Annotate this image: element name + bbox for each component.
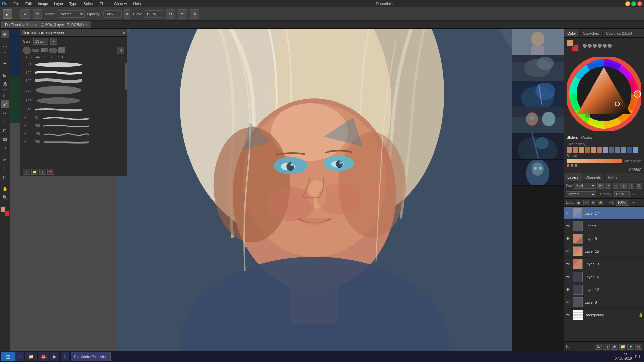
color-ctrl-6[interactable] (608, 44, 612, 48)
brush-new-button[interactable]: + (23, 169, 30, 175)
color-ctrl-2[interactable] (588, 44, 592, 48)
taskbar-photoshop[interactable]: Ps Adobe Photoshop (71, 352, 110, 361)
brush-item-195[interactable]: 195 (22, 96, 126, 105)
history-swatch-8[interactable] (609, 147, 614, 153)
blend-bar[interactable] (567, 159, 622, 163)
sliders-tab[interactable]: Sliders (567, 135, 578, 140)
start-button[interactable]: ⊞ (1, 352, 15, 361)
menu-filter[interactable]: Filter (97, 1, 110, 6)
gradient-tool[interactable]: ▦ (1, 135, 9, 143)
layer-filter-type[interactable]: T (628, 183, 634, 189)
main-canvas[interactable] (117, 29, 512, 351)
brush-panel-close[interactable]: × (123, 31, 125, 35)
layer-item-17[interactable]: 👁 Layer 17 (564, 207, 644, 220)
taskbar-firefox[interactable]: 🦊 (38, 352, 49, 361)
layer-item-12[interactable]: 👁 Layer 12 (564, 283, 644, 296)
ref-image-2[interactable] (512, 55, 564, 81)
close-button[interactable]: × (637, 1, 642, 6)
lock-all[interactable]: 🔒 (598, 200, 603, 205)
brush-list-scroll[interactable]: 47 102 102 (22, 61, 126, 167)
taskbar-explorer[interactable]: 📁 (25, 352, 37, 361)
clone-stamp-tool[interactable]: ✂ (1, 109, 9, 117)
layer-filter-adjust[interactable]: ⊘ (620, 183, 627, 189)
menu-file[interactable]: File (11, 1, 22, 6)
brush-item-102-a[interactable]: 102 (22, 69, 126, 76)
brush-size-input[interactable] (33, 38, 48, 45)
brush-list[interactable]: 47 102 102 (20, 60, 127, 167)
eraser-tool[interactable]: ◻ (1, 126, 9, 134)
brush-scrollbar-thumb[interactable] (125, 63, 127, 90)
brush-item-401[interactable]: ✦ 401 (22, 114, 126, 121)
fg-bg-color-boxes[interactable] (567, 40, 579, 52)
history-brush-tool[interactable]: ↩ (1, 118, 9, 126)
text-tool[interactable]: T (1, 164, 9, 172)
brush-type-1[interactable] (23, 47, 31, 54)
brush-delete-button[interactable]: 🗑 (47, 169, 54, 175)
menu-help[interactable]: Help (130, 1, 144, 6)
taskbar-coolorus[interactable]: C (61, 352, 70, 361)
hand-tool[interactable]: ✋ (1, 185, 9, 193)
pen-tool[interactable]: ✏ (1, 156, 9, 164)
brush-type-3[interactable] (41, 48, 48, 52)
color-ctrl-1[interactable] (583, 44, 587, 48)
brush-tool[interactable]: 🖌 (1, 100, 9, 108)
ref-image-5[interactable] (512, 133, 564, 160)
layer-item-16[interactable]: 👁 Layer 16 (564, 270, 644, 283)
layer-item-15[interactable]: 👁 Layer 15 (564, 245, 644, 258)
brush-item-102-b[interactable]: 102 (22, 77, 126, 84)
history-swatch-7[interactable] (603, 147, 608, 153)
color-tab-color[interactable]: Color (564, 29, 580, 37)
ref-image-1[interactable] (512, 29, 564, 55)
color-tab-swatches[interactable]: Swatches (580, 29, 603, 37)
layer-13-eye[interactable]: 👁 (565, 261, 571, 267)
history-swatch-6[interactable] (597, 147, 602, 153)
mixers-tab[interactable]: Mixers (581, 135, 592, 140)
history-swatch-11[interactable] (627, 147, 632, 153)
history-swatch-10[interactable] (621, 147, 626, 153)
brush-type-2[interactable] (32, 49, 39, 52)
brush-list-scrollbar[interactable] (124, 60, 127, 167)
brush-item-47[interactable]: 47 (22, 61, 126, 68)
menu-window[interactable]: Window (111, 1, 130, 6)
menu-type[interactable]: Type (67, 1, 80, 6)
brush-options-button[interactable]: ⚙ (117, 47, 124, 54)
layer-group-button[interactable]: 📁 (619, 344, 626, 350)
color-ctrl-5[interactable] (603, 44, 607, 48)
layer-mask-button[interactable]: ◻ (603, 344, 610, 350)
airbrush-toggle[interactable]: ⊘ (166, 9, 175, 19)
layer-filter-vector[interactable]: ⬡ (636, 183, 642, 189)
quick-select-tool[interactable]: ✦ (1, 59, 9, 67)
dodge-tool[interactable]: ○ (1, 144, 9, 152)
lock-image[interactable]: ✏ (583, 200, 589, 205)
layer-17-eye[interactable]: 👁 (565, 210, 571, 216)
brush-type-5[interactable] (58, 47, 65, 53)
tab-close-button[interactable]: × (86, 23, 88, 27)
lineart-eye[interactable]: 👁 (565, 223, 571, 229)
fill-arrow[interactable]: ▾ (631, 200, 636, 205)
layers-tab[interactable]: Layers (564, 173, 582, 181)
brush-settings-button[interactable]: ⚙ (33, 9, 42, 19)
lock-transparency[interactable]: ▣ (576, 200, 581, 205)
minimize-button[interactable]: ─ (625, 1, 630, 6)
history-swatch-5[interactable] (591, 147, 596, 153)
brush-type-4[interactable] (49, 48, 57, 53)
background-eye[interactable]: 👁 (565, 312, 571, 318)
opacity-input[interactable] (103, 10, 122, 18)
brush-item-80[interactable]: 80 (22, 106, 126, 113)
paths-tab[interactable]: Paths (605, 173, 621, 181)
layer-item-13[interactable]: 👁 Layer 13 (564, 258, 644, 270)
angle-toggle[interactable]: ↻ (190, 9, 199, 19)
history-swatch-4[interactable] (585, 147, 590, 153)
layer-new-button[interactable]: + (627, 344, 634, 350)
ref-image-6[interactable] (512, 160, 564, 186)
brush-tab-label[interactable]: Brush (25, 31, 36, 35)
layer-item-8[interactable]: 👁 Layer 8 (564, 296, 644, 309)
maximize-button[interactable]: □ (631, 1, 636, 6)
menu-select[interactable]: Select (81, 1, 97, 6)
color-wheel-wrapper[interactable] (564, 54, 644, 134)
history-swatch-12[interactable] (633, 147, 638, 153)
layer-15-eye[interactable]: 👁 (565, 249, 571, 254)
menu-layer[interactable]: Layer (51, 1, 66, 6)
brush-item-258[interactable]: ✦ 258 (22, 122, 126, 129)
kind-select[interactable]: Kind (574, 183, 596, 189)
